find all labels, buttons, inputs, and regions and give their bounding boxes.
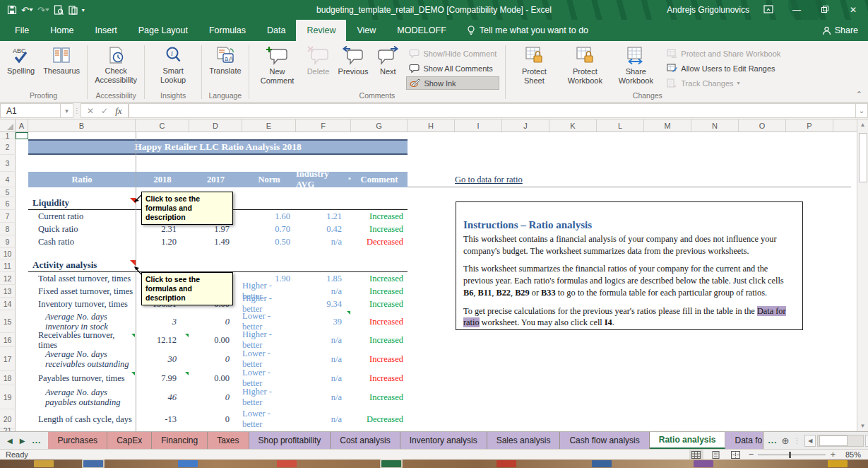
sheet-title-banner[interactable]: Happy Retailer LLC Ratio Analysis 2018: [28, 139, 408, 155]
zoom-slider[interactable]: [758, 455, 826, 455]
taskbar-app-fragment[interactable]: [828, 460, 848, 467]
row-header-15[interactable]: 15: [0, 310, 16, 333]
cell-comment-value[interactable]: Increased: [351, 298, 408, 310]
cancel-entry-icon[interactable]: ✕: [87, 106, 94, 116]
account-name[interactable]: Andrejs Grigolunovics: [667, 5, 749, 15]
share-button[interactable]: Share: [822, 20, 868, 41]
column-header-H[interactable]: H: [408, 119, 455, 131]
share-workbook-button[interactable]: Share Workbook: [610, 44, 661, 86]
ribbon-tab-file[interactable]: File: [4, 20, 40, 41]
protect-sheet-button[interactable]: Protect Sheet: [509, 44, 559, 86]
cell-industry-avg-value[interactable]: 9.34: [296, 298, 351, 310]
show-ink-button[interactable]: Show Ink: [406, 76, 499, 90]
ratio-label[interactable]: Average No. days receivables outstanding: [28, 347, 136, 371]
cell-comment-value[interactable]: Decreased: [351, 409, 408, 429]
cell-2017-value[interactable]: 0: [189, 385, 242, 409]
row-header-7[interactable]: 7: [0, 210, 16, 223]
sheet-tab-shop-profitability[interactable]: Shop profitability: [249, 432, 331, 449]
cell-2017-value[interactable]: 0.00: [189, 371, 242, 385]
row-header-13[interactable]: 13: [0, 285, 16, 298]
go-to-data-for-ratio-link[interactable]: Go to data for ratio: [455, 172, 523, 187]
taskbar-app-fragment[interactable]: [592, 460, 612, 467]
ribbon-tab-home[interactable]: Home: [40, 20, 84, 41]
cell-comment-value[interactable]: Increased: [351, 333, 408, 347]
redo-button[interactable]: ↷: [37, 5, 49, 16]
sheet-tab-cost-analysis[interactable]: Cost analysis: [331, 432, 400, 449]
column-header-A[interactable]: A: [16, 119, 28, 131]
active-cell-a1[interactable]: [16, 132, 28, 139]
sheet-nav-left-arrow[interactable]: ◀: [7, 437, 13, 445]
row-header-1[interactable]: 1: [0, 132, 16, 139]
zoom-in-button[interactable]: +: [830, 451, 836, 458]
cell-norm-value[interactable]: Higher - better: [242, 333, 296, 347]
page-layout-view-button[interactable]: [709, 450, 723, 460]
cell-2018-value[interactable]: 1.20: [136, 235, 189, 248]
allow-users-to-edit-ranges-button[interactable]: Allow Users to Edit Ranges: [664, 62, 783, 75]
sheet-tab-data-fo[interactable]: Data fo: [725, 432, 763, 449]
cell-norm-value[interactable]: 1.60: [242, 210, 296, 223]
ratio-label[interactable]: Quick ratio: [28, 223, 136, 235]
restore-button[interactable]: [816, 5, 834, 16]
ribbon-tab-insert[interactable]: Insert: [85, 20, 128, 41]
cell-comment-value[interactable]: Increased: [351, 371, 408, 385]
row-header-21[interactable]: 21: [0, 429, 16, 431]
vertical-scroll-thumb[interactable]: [859, 133, 867, 182]
cell-industry-avg-value[interactable]: n/a: [296, 285, 351, 298]
cell-norm-value[interactable]: Higher - better: [242, 385, 296, 409]
cell-industry-avg-value[interactable]: n/a: [296, 235, 351, 248]
cell-industry-avg-value[interactable]: n/a: [296, 385, 351, 409]
cell-comment-value[interactable]: Increased: [351, 272, 408, 285]
cell-industry-avg-value[interactable]: 1.85: [296, 272, 351, 285]
row-header-17[interactable]: 17: [0, 347, 16, 371]
new-comment-button[interactable]: New Comment: [252, 44, 303, 86]
ratio-label[interactable]: Payables turnover, times: [28, 371, 136, 385]
horizontal-scrollbar[interactable]: [817, 435, 864, 447]
cell-industry-avg-value[interactable]: 39: [296, 310, 351, 333]
row-header-14[interactable]: 14: [0, 298, 16, 310]
expand-formula-bar-button[interactable]: ⌄: [855, 103, 868, 118]
cell-industry-avg-value[interactable]: n/a: [296, 333, 351, 347]
row-header-5[interactable]: 5: [0, 187, 16, 197]
ratio-label[interactable]: Average No. days payables outstanding: [28, 385, 136, 409]
taskbar-app-fragment[interactable]: [178, 460, 198, 467]
sheet-tab-inventory-analysis[interactable]: Inventory analysis: [400, 432, 487, 449]
sheet-tab-financing[interactable]: Financing: [152, 432, 208, 449]
scroll-up-arrow[interactable]: ▲: [857, 119, 868, 130]
cell-norm-value[interactable]: 0.70: [242, 223, 296, 235]
new-sheet-button[interactable]: ⊕: [782, 432, 790, 449]
cell-2018-value[interactable]: 12.12: [136, 333, 189, 347]
cell-comment-value[interactable]: Increased: [351, 285, 408, 298]
column-header-G[interactable]: G: [351, 119, 408, 131]
minimize-button[interactable]: —: [787, 5, 806, 15]
spelling-button[interactable]: ABC Spelling: [3, 44, 39, 76]
protect-workbook-button[interactable]: Protect Workbook: [559, 44, 610, 86]
cell-comment-value[interactable]: Increased: [351, 310, 408, 333]
cell-comment-value[interactable]: Increased: [351, 210, 408, 223]
column-header-F[interactable]: F: [296, 119, 351, 131]
cell-industry-avg-value[interactable]: 1.21: [296, 210, 351, 223]
taskbar-app-fragment[interactable]: [381, 460, 401, 467]
row-header-8[interactable]: 8: [0, 223, 16, 235]
normal-view-button[interactable]: [689, 450, 703, 460]
clipboard-button[interactable]: [68, 5, 78, 15]
ratio-label[interactable]: Fixed asset turnover, times: [28, 285, 136, 298]
show-all-comments-button[interactable]: Show All Comments: [406, 62, 499, 75]
ribbon-tab-modeloff[interactable]: MODELOFF: [386, 20, 456, 41]
customize-qat-button[interactable]: ▾: [82, 7, 85, 13]
table-header-ratio[interactable]: Ratio: [28, 172, 136, 187]
cell-2018-value[interactable]: 3: [136, 310, 189, 333]
cell-2018-value[interactable]: 30: [136, 347, 189, 371]
column-header-O[interactable]: O: [739, 119, 786, 131]
cell-comment-value[interactable]: Increased: [351, 223, 408, 235]
more-sheets-right[interactable]: ...: [763, 435, 781, 445]
worksheet-grid[interactable]: 1 2 Happy Retailer LLC Ratio Analysis 20…: [0, 132, 857, 431]
section-label[interactable]: Liquidity: [28, 197, 69, 209]
cell-2018-value[interactable]: 7.99: [136, 371, 189, 385]
more-sheets-left[interactable]: ...: [32, 435, 41, 445]
sheet-tab-taxes[interactable]: Taxes: [208, 432, 249, 449]
name-box-dropdown[interactable]: ▾: [61, 103, 73, 118]
page-break-view-button[interactable]: [729, 450, 743, 460]
column-header-E[interactable]: E: [242, 119, 296, 131]
zoom-slider-thumb[interactable]: [789, 452, 791, 458]
cell-comment-value[interactable]: Decreased: [351, 235, 408, 248]
